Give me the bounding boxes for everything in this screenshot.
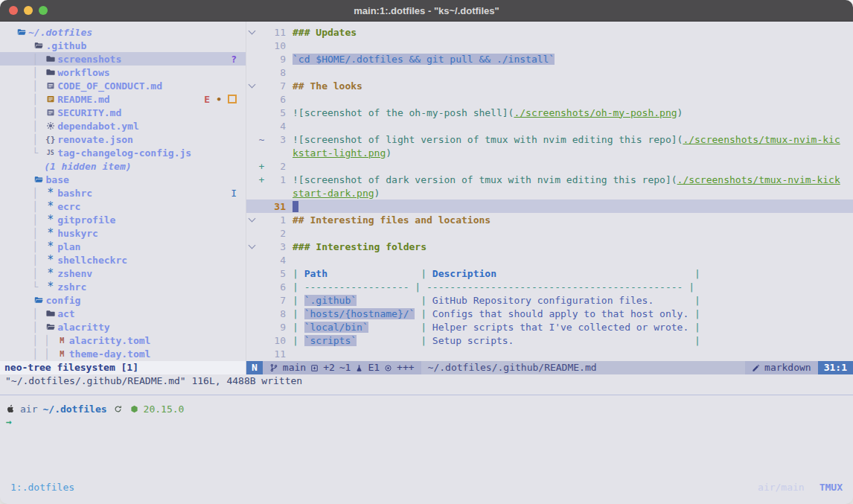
editor-line[interactable]: 9`cd $HOME/.dotfiles && git pull && ./in… bbox=[246, 52, 853, 66]
indent-guides bbox=[15, 295, 32, 306]
editor-line[interactable]: 5| Path | Description | bbox=[246, 267, 853, 280]
tree-item-label: CODE_OF_CONDUCT.md bbox=[57, 80, 162, 92]
line-number: 31 bbox=[266, 201, 286, 212]
shell-prompt: air ~/.dotfiles 20.15.0 bbox=[6, 402, 853, 415]
asterisk-icon: * bbox=[44, 269, 57, 277]
editor-line[interactable]: start-dark.png) bbox=[246, 186, 853, 200]
diagnostics-errors: E1 bbox=[368, 361, 380, 374]
git-status-badges: ? bbox=[231, 54, 237, 65]
tree-item-bashrc[interactable]: │ *bashrcI bbox=[0, 186, 246, 200]
line-text: | `hosts/{hostname}/` | Configs that sho… bbox=[286, 308, 853, 319]
editor-line[interactable]: 10| `scripts` | Setup scripts. | bbox=[246, 334, 853, 347]
tree-item-label: tag-changelog-config.js bbox=[57, 147, 191, 159]
line-text: | Path | Description | bbox=[286, 268, 853, 279]
tree-item-label: theme-day.toml bbox=[69, 348, 151, 360]
indent-guides: │ bbox=[15, 214, 44, 226]
close-button[interactable] bbox=[9, 6, 18, 15]
tree-item-screenshots[interactable]: │ screenshots? bbox=[0, 52, 246, 66]
editor-line[interactable]: 9| `local/bin` | Helper scripts that I'v… bbox=[246, 320, 853, 334]
unstaged-square-icon bbox=[228, 95, 237, 103]
tree-item-readme-md[interactable]: │ README.mdE• bbox=[0, 92, 246, 106]
maximize-button[interactable] bbox=[39, 6, 48, 15]
tree-item-base[interactable]: base bbox=[0, 173, 246, 186]
indent-guides: │ bbox=[15, 241, 44, 252]
editor-line[interactable]: 5![screenshot of the oh-my-posh shell](.… bbox=[246, 106, 853, 119]
indent-guides: │ │ bbox=[15, 335, 56, 346]
editor-line[interactable]: 11### Updates bbox=[246, 25, 853, 39]
editor-line[interactable]: kstart-light.png) bbox=[246, 146, 853, 159]
fold-chevron-icon[interactable] bbox=[246, 245, 257, 248]
tree-item-dependabot-yml[interactable]: │ dependabot.yml bbox=[0, 119, 246, 133]
tree-item-renovate-json[interactable]: │ {}renovate.json bbox=[0, 133, 246, 146]
tree-item-label: alacritty.toml bbox=[69, 335, 151, 346]
editor-line[interactable]: 31 bbox=[246, 200, 853, 213]
tree-item-tag-changelog-config-js[interactable]: └ JStag-changelog-config.js bbox=[0, 146, 246, 159]
tree-item-alacritty-toml[interactable]: │ │ Malacritty.toml bbox=[0, 334, 246, 347]
indent-guides: │ bbox=[15, 67, 44, 78]
editor-line[interactable]: 3### Interesting folders bbox=[246, 240, 853, 253]
folder-open-icon bbox=[32, 296, 45, 304]
tree-item-zshrc[interactable]: └ *zshrc bbox=[0, 280, 246, 293]
tree-item-github[interactable]: .github bbox=[0, 39, 246, 52]
line-number: 11 bbox=[266, 27, 286, 38]
tree-item-workflows[interactable]: │ workflows bbox=[0, 66, 246, 79]
indent-guides: │ bbox=[15, 322, 44, 333]
tree-item-dotfiles[interactable]: ~/.dotfiles bbox=[0, 25, 246, 39]
fold-chevron-icon[interactable] bbox=[246, 84, 257, 87]
editor-line[interactable]: 1## Interesting files and locations bbox=[246, 213, 853, 226]
tree-item-shellcheckrc[interactable]: │ *shellcheckrc bbox=[0, 253, 246, 267]
asterisk-icon: * bbox=[44, 229, 57, 237]
line-number: 8 bbox=[266, 308, 286, 319]
editor-line[interactable]: 4 bbox=[246, 253, 853, 267]
line-number: 2 bbox=[266, 161, 286, 172]
indent-guides: │ │ bbox=[15, 348, 56, 360]
node-version: 20.15.0 bbox=[144, 403, 185, 415]
editor-line[interactable]: 11 bbox=[246, 347, 853, 360]
editor-line[interactable]: 7| `.github` | GitHub Repository configu… bbox=[246, 293, 853, 307]
editor-line[interactable]: 6| ------------------ | ----------------… bbox=[246, 280, 853, 293]
editor-line[interactable]: 4 bbox=[246, 119, 853, 133]
terminal-input-line[interactable]: → bbox=[6, 415, 853, 429]
tree-item-security-md[interactable]: │ SECURITY.md bbox=[0, 106, 246, 119]
tree-item-label: SECURITY.md bbox=[57, 107, 121, 118]
tree-item-alacritty[interactable]: │ alacritty bbox=[0, 320, 246, 334]
editor-line[interactable]: 10 bbox=[246, 39, 853, 52]
editor-line[interactable]: 6 bbox=[246, 92, 853, 106]
buffer-icon bbox=[310, 364, 319, 372]
editor-line[interactable]: 2 bbox=[246, 226, 853, 240]
shell-pane[interactable]: air ~/.dotfiles 20.15.0 → bbox=[0, 388, 853, 481]
tree-item-code-of-conduct-md[interactable]: │ CODE_OF_CONDUCT.md bbox=[0, 79, 246, 92]
fold-chevron-icon[interactable] bbox=[246, 218, 257, 221]
tmux-window[interactable]: 1:.dotfiles bbox=[10, 481, 74, 494]
tree-item-gitprofile[interactable]: │ *gitprofile bbox=[0, 213, 246, 226]
tree-item-plan[interactable]: │ *plan bbox=[0, 240, 246, 253]
line-text: | ------------------ | -----------------… bbox=[286, 281, 853, 293]
line-number: 9 bbox=[266, 322, 286, 333]
command-line-message: "~/.dotfiles/.github/README.md" 116L, 44… bbox=[0, 374, 853, 388]
tree-item-zshenv[interactable]: │ *zshenv bbox=[0, 267, 246, 280]
git-status-badges: I bbox=[231, 188, 237, 199]
line-number: 9 bbox=[266, 54, 286, 65]
fold-chevron-icon[interactable] bbox=[246, 31, 257, 34]
tree-item-huskyrc[interactable]: │ *huskyrc bbox=[0, 226, 246, 240]
statusline-filepath: ~/.dotfiles/.github/README.md bbox=[421, 361, 745, 374]
tree-item-config[interactable]: config bbox=[0, 293, 246, 307]
file-m-icon: M bbox=[56, 350, 68, 358]
line-number: 6 bbox=[266, 94, 286, 105]
indent-guides: │ bbox=[15, 80, 44, 92]
editor-line[interactable]: 7## The looks bbox=[246, 79, 853, 92]
tree-item-ecrc[interactable]: │ *ecrc bbox=[0, 200, 246, 213]
prompt-cwd: ~/.dotfiles bbox=[42, 403, 106, 415]
tree-item-theme-day-toml[interactable]: │ │ Mtheme-day.toml bbox=[0, 347, 246, 360]
neo-tree-pane: ~/.dotfiles .github │ screenshots? │ wor… bbox=[0, 22, 246, 374]
editor-line[interactable]: 8| `hosts/{hostname}/` | Configs that sh… bbox=[246, 307, 853, 320]
editor-line[interactable]: ~3![screenshot of light version of tmux … bbox=[246, 133, 853, 146]
tree-item-1-hidden-item[interactable]: (1 hidden item) bbox=[0, 159, 246, 173]
editor-line[interactable]: +2 bbox=[246, 159, 853, 173]
tree-item-act[interactable]: │ act bbox=[0, 307, 246, 320]
editor-line[interactable]: 8 bbox=[246, 66, 853, 79]
line-number: 1 bbox=[266, 214, 286, 226]
editor-line[interactable]: +1![screenshot of dark version of tmux w… bbox=[246, 173, 853, 186]
minimize-button[interactable] bbox=[24, 6, 33, 15]
git-sign: + bbox=[257, 161, 266, 172]
